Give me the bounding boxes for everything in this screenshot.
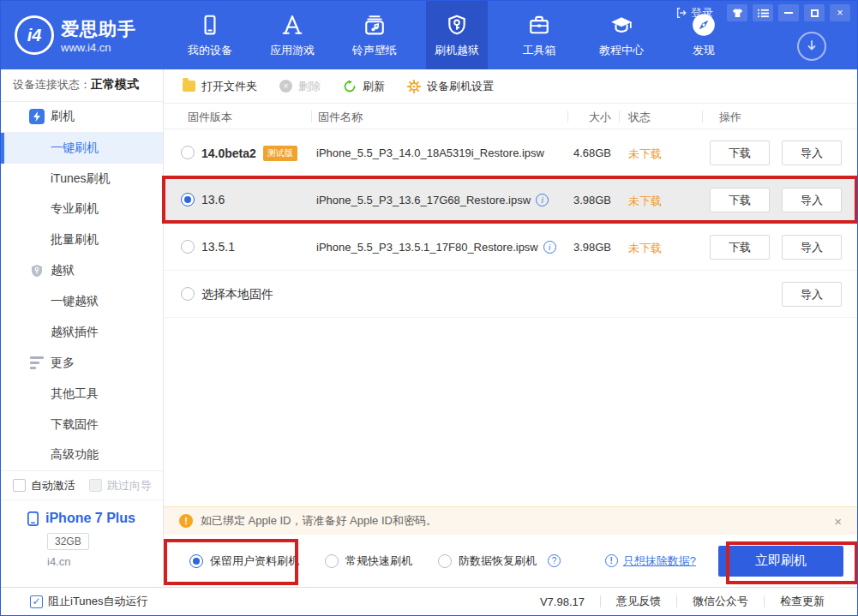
device-name: iPhone 7 Plus <box>27 511 163 526</box>
nav-my-devices[interactable]: 我的设备 <box>179 1 241 69</box>
skin-button[interactable] <box>727 4 747 21</box>
feedback-link[interactable]: 意见反馈 <box>601 594 676 609</box>
download-manager-button[interactable] <box>797 32 826 61</box>
anti-data-recovery-radio[interactable]: 防数据恢复刷机 ? <box>438 553 561 569</box>
exclaim-icon: ! <box>605 554 618 567</box>
col-version: 固件版本 <box>188 110 232 125</box>
firmware-toolbar: 打开文件夹 × 删除 刷新 设备刷机设置 <box>164 69 857 104</box>
import-firmware-button[interactable]: 导入 <box>782 235 842 260</box>
beta-badge: 测试版 <box>263 146 297 161</box>
col-size: 大小 <box>532 110 611 125</box>
radio-icon <box>438 554 452 568</box>
radio-icon <box>325 554 339 568</box>
device-flash-settings-button[interactable]: 设备刷机设置 <box>407 79 494 94</box>
help-icon[interactable]: ? <box>548 554 561 567</box>
sidebar-item-one-click-flash[interactable]: 一键刷机 <box>1 133 163 164</box>
sidebar-item-batch-flash[interactable]: 批量刷机 <box>1 224 163 255</box>
erase-data-group: ! 只想抹除数据? <box>605 553 696 569</box>
firmware-row-13-6: 13.6 iPhone_5.5_P3_13.6_17G68_Restore.ip… <box>164 176 857 224</box>
main-content: 打开文件夹 × 删除 刷新 设备刷机设置 固件版本 固件名称 大小 <box>164 69 857 587</box>
gear-icon <box>407 80 421 93</box>
login-icon <box>675 7 687 19</box>
keep-user-data-radio[interactable]: 保留用户资料刷机 <box>189 553 299 569</box>
app-logo: i4 爱思助手 www.i4.cn <box>1 1 169 69</box>
firmware-radio[interactable] <box>181 146 195 159</box>
sidebar-item-other-tools[interactable]: 其他工具 <box>1 379 163 410</box>
delete-button[interactable]: × 删除 <box>279 79 321 94</box>
open-folder-button[interactable]: 打开文件夹 <box>183 79 257 94</box>
radio-label: 防数据恢复刷机 <box>459 553 537 569</box>
col-name: 固件名称 <box>318 110 363 125</box>
firmware-row-13-5-1: 13.5.1 iPhone_5.5_P3_13.5.1_17F80_Restor… <box>164 224 857 271</box>
wechat-account-link[interactable]: 微信公众号 <box>677 594 764 609</box>
nav-label: 我的设备 <box>188 43 232 58</box>
download-firmware-button[interactable]: 下载 <box>710 141 770 165</box>
sidebar-item-more[interactable]: 更多 <box>1 348 163 379</box>
minimize-button[interactable] <box>778 4 799 21</box>
flash-now-button[interactable]: 立即刷机 <box>718 546 843 577</box>
import-firmware-button[interactable]: 导入 <box>782 141 842 165</box>
login-button[interactable]: 登录 <box>675 5 713 21</box>
sidebar-item-label: 更多 <box>51 356 75 371</box>
music-wallpaper-icon <box>363 12 386 38</box>
import-firmware-button[interactable]: 导入 <box>782 188 842 212</box>
brand-url: www.i4.cn <box>61 41 136 54</box>
sidebar-item-one-click-jailbreak[interactable]: 一键越狱 <box>1 286 163 317</box>
sidebar-item-jailbreak[interactable]: 越狱 <box>1 255 163 286</box>
sidebar-item-label: 批量刷机 <box>51 232 99 248</box>
maximize-button[interactable] <box>804 4 825 21</box>
more-menu-icon <box>28 355 45 372</box>
firmware-version: 13.5.1 <box>201 240 235 254</box>
nav-apps-games[interactable]: 应用游戏 <box>261 1 323 69</box>
firmware-status: 未下载 <box>628 194 662 209</box>
erase-data-link[interactable]: 只想抹除数据? <box>623 553 696 569</box>
nav-toolbox[interactable]: 工具箱 <box>508 1 570 69</box>
login-label: 登录 <box>691 5 713 21</box>
sidebar-item-advanced-features[interactable]: 高级功能 <box>1 440 163 471</box>
sidebar-item-itunes-flash[interactable]: iTunes刷机 <box>1 164 163 194</box>
toolbox-icon <box>528 12 550 38</box>
firmware-radio[interactable] <box>181 240 195 254</box>
sidebar: 设备连接状态：正常模式 刷机 一键刷机 iTunes刷机 专业刷机 批量刷机 <box>1 69 164 587</box>
sidebar-item-label: 一键刷机 <box>51 141 99 156</box>
download-firmware-button[interactable]: 下载 <box>710 188 770 212</box>
nav-ringtones-wallpapers[interactable]: 铃声壁纸 <box>344 1 405 69</box>
sidebar-checkboxes: 自动激活 跳过向导 <box>1 470 163 499</box>
firmware-radio-selected[interactable] <box>181 193 195 206</box>
checkbox-icon <box>89 479 102 492</box>
checkbox-label: 跳过向导 <box>107 478 152 493</box>
firmware-name: iPhone_5.5_P3_14.0_18A5319i_Restore.ipsw <box>316 147 544 159</box>
nav-label: 发现 <box>693 43 715 58</box>
refresh-button[interactable]: 刷新 <box>343 79 385 94</box>
device-phone-icon <box>27 511 39 526</box>
sidebar-item-download-firmware[interactable]: 下载固件 <box>1 410 163 440</box>
app-version: V7.98.17 <box>525 595 600 608</box>
skip-wizard-checkbox[interactable]: 跳过向导 <box>89 478 152 493</box>
firmware-version: 13.6 <box>201 193 225 206</box>
firmware-size: 4.68GB <box>532 147 611 159</box>
connection-status-value: 正常模式 <box>91 77 139 93</box>
nav-label: 刷机越狱 <box>435 43 479 58</box>
import-firmware-button[interactable]: 导入 <box>782 282 842 307</box>
nav-tutorials[interactable]: 教程中心 <box>591 1 652 69</box>
sidebar-item-pro-flash[interactable]: 专业刷机 <box>1 194 163 225</box>
check-update-link[interactable]: 检查更新 <box>765 594 840 609</box>
firmware-radio[interactable] <box>181 287 195 301</box>
nav-label: 工具箱 <box>523 43 556 58</box>
sidebar-item-flash[interactable]: 刷机 <box>1 102 163 133</box>
prevent-itunes-checkbox[interactable]: ✓ 阻止iTunes自动运行 <box>30 594 148 609</box>
nav-flash-jailbreak[interactable]: 刷机越狱 <box>426 1 488 69</box>
download-icon <box>805 39 819 53</box>
firmware-size: 3.98GB <box>532 241 611 254</box>
auto-activate-checkbox[interactable]: 自动激活 <box>13 478 75 493</box>
sidebar-item-jailbreak-plugins[interactable]: 越狱插件 <box>1 317 163 348</box>
download-firmware-button[interactable]: 下载 <box>710 235 770 260</box>
notice-close-icon[interactable]: × <box>834 514 842 529</box>
close-button[interactable]: × <box>830 4 850 21</box>
device-note: i4.cn <box>47 555 163 568</box>
maximize-icon <box>811 9 819 17</box>
menu-button[interactable] <box>753 4 773 21</box>
firmware-status: 未下载 <box>628 147 662 162</box>
notice-text: 如已绑定 Apple ID，请准备好 Apple ID和密码。 <box>201 513 437 529</box>
normal-fast-flash-radio[interactable]: 常规快速刷机 <box>325 553 412 569</box>
